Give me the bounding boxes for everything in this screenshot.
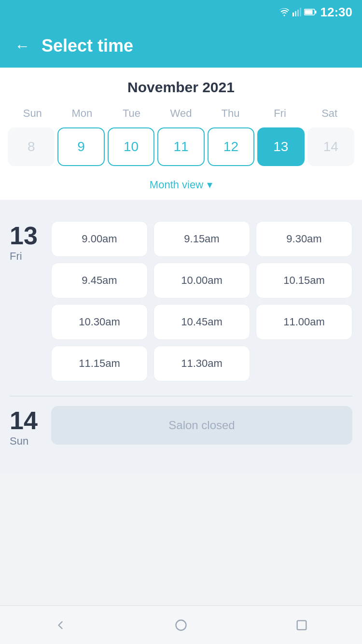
day-name-14: Sun xyxy=(10,435,28,448)
svg-rect-3 xyxy=(300,8,301,16)
cal-day-13[interactable]: 13 xyxy=(257,127,304,166)
time-slot-1030[interactable]: 10.30am xyxy=(51,304,148,340)
day-block-14: 14 Sun Salon closed xyxy=(10,396,352,462)
app-bar: ← Select time xyxy=(0,24,362,68)
time-slot-1130[interactable]: 11.30am xyxy=(153,346,250,381)
calendar-week-row: 8 9 10 11 12 13 14 xyxy=(8,127,354,166)
nav-back-button[interactable] xyxy=(48,613,72,637)
time-slot-1015[interactable]: 10.15am xyxy=(256,263,352,298)
svg-rect-2 xyxy=(297,10,299,16)
nav-home-button[interactable] xyxy=(169,613,193,637)
weekday-thu: Thu xyxy=(206,104,255,123)
time-section: 13 Fri 9.00am 9.15am 9.30am 9.45am 10.00… xyxy=(0,200,362,474)
weekday-wed: Wed xyxy=(156,104,206,123)
cal-day-12[interactable]: 12 xyxy=(208,127,254,166)
day-number-13: 13 xyxy=(10,223,38,248)
nav-recent-button[interactable] xyxy=(290,613,314,637)
day-block-13: 13 Fri 9.00am 9.15am 9.30am 9.45am 10.00… xyxy=(10,211,352,396)
status-icons xyxy=(279,8,317,16)
status-time: 12:30 xyxy=(320,5,353,20)
weekday-fri: Fri xyxy=(255,104,305,123)
nav-bar xyxy=(0,605,362,644)
month-view-toggle[interactable]: Month view ▾ xyxy=(8,173,354,200)
time-slots-grid-13: 9.00am 9.15am 9.30am 9.45am 10.00am 10.1… xyxy=(51,221,352,381)
weekday-sun: Sun xyxy=(8,104,57,123)
nav-recent-icon xyxy=(295,618,308,632)
time-slot-1000[interactable]: 10.00am xyxy=(153,263,250,298)
cal-day-9[interactable]: 9 xyxy=(57,127,104,166)
calendar-section: November 2021 Sun Mon Tue Wed Thu Fri Sa… xyxy=(0,68,362,200)
day-name-13: Fri xyxy=(10,250,22,263)
weekday-row: Sun Mon Tue Wed Thu Fri Sat xyxy=(8,104,354,123)
day-label-13: 13 Fri xyxy=(10,221,43,381)
time-slot-1100[interactable]: 11.00am xyxy=(256,304,352,340)
cal-day-14[interactable]: 14 xyxy=(307,127,354,166)
page-title: Select time xyxy=(42,36,133,56)
weekday-sat: Sat xyxy=(305,104,354,123)
svg-rect-6 xyxy=(305,10,312,14)
svg-rect-1 xyxy=(295,11,296,16)
weekday-tue: Tue xyxy=(107,104,156,123)
time-slot-900[interactable]: 9.00am xyxy=(51,221,148,257)
time-slot-1115[interactable]: 11.15am xyxy=(51,346,148,381)
battery-icon xyxy=(304,9,317,15)
nav-back-icon xyxy=(54,618,67,632)
salon-closed-message: Salon closed xyxy=(51,406,352,445)
nav-home-icon xyxy=(174,618,188,632)
status-bar: 12:30 xyxy=(0,0,362,24)
cal-day-11[interactable]: 11 xyxy=(157,127,204,166)
day-number-14: 14 xyxy=(10,408,38,433)
month-view-label: Month view xyxy=(150,179,203,191)
time-slot-1045[interactable]: 10.45am xyxy=(153,304,250,340)
svg-point-7 xyxy=(176,620,186,630)
wifi-icon xyxy=(279,8,290,16)
back-button[interactable]: ← xyxy=(14,37,30,55)
signal-icon xyxy=(292,8,301,16)
day-label-14: 14 Sun xyxy=(10,406,43,448)
time-slot-945[interactable]: 9.45am xyxy=(51,263,148,298)
weekday-mon: Mon xyxy=(57,104,107,123)
time-slot-930[interactable]: 9.30am xyxy=(256,221,352,257)
cal-day-10[interactable]: 10 xyxy=(108,127,154,166)
svg-rect-5 xyxy=(315,11,316,14)
cal-day-8[interactable]: 8 xyxy=(8,127,55,166)
svg-rect-8 xyxy=(297,620,306,630)
month-year-label: November 2021 xyxy=(8,79,354,96)
time-slot-915[interactable]: 9.15am xyxy=(153,221,250,257)
chevron-down-icon: ▾ xyxy=(207,179,212,191)
svg-rect-0 xyxy=(292,13,294,16)
